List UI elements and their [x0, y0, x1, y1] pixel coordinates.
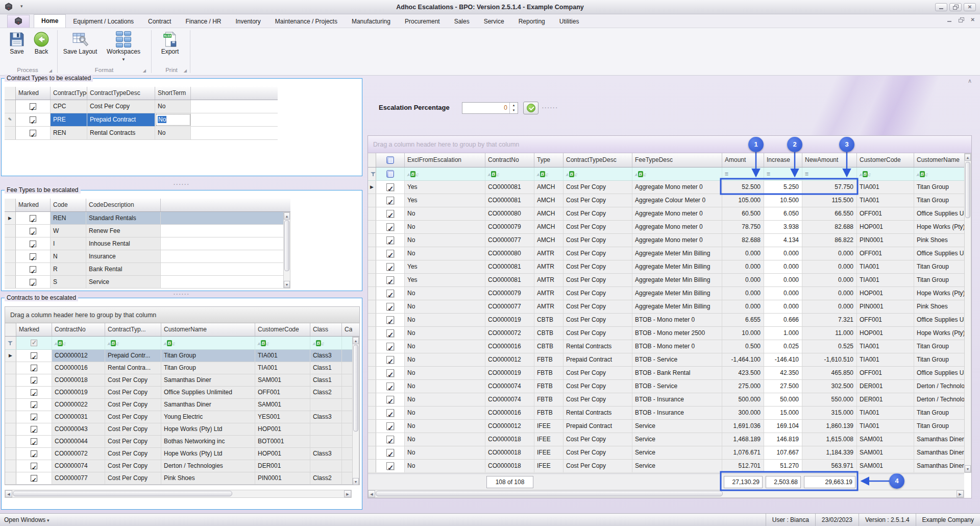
customer-code-cell[interactable]: TIA001: [255, 362, 310, 374]
increase-cell[interactable]: 0.666: [764, 314, 802, 326]
class-cell[interactable]: Class1: [310, 485, 342, 485]
code-description-cell[interactable]: Standard Rentals: [86, 212, 161, 224]
code-description-cell[interactable]: Insurance: [86, 250, 161, 262]
new-amount-cell[interactable]: 302.500: [802, 380, 857, 393]
abc-filter-icon[interactable]: [313, 340, 324, 346]
column-header[interactable]: Marked: [16, 323, 52, 336]
table-row[interactable]: No CO0000016 FBTB Rental Contracts BTOB …: [368, 407, 971, 420]
column-header[interactable]: Type: [534, 153, 564, 167]
amount-cell[interactable]: 0.000: [722, 300, 764, 313]
fee-type-desc-cell[interactable]: Aggregate Meter Min Billing: [632, 274, 722, 286]
amount-cell[interactable]: 0.000: [722, 274, 764, 286]
contract-no-cell[interactable]: CO0000016: [485, 407, 534, 419]
cat-cell[interactable]: [342, 423, 352, 435]
table-row[interactable]: No CO0000079 AMTR Cost Per Copy Aggregat…: [368, 287, 971, 300]
customer-name-cell[interactable]: Hope Works (Pty) Ltd: [914, 327, 965, 340]
contract-type-desc-cell[interactable]: Cost Per Copy: [564, 327, 632, 340]
scroll-left-icon[interactable]: [5, 490, 12, 497]
marked-checkbox[interactable]: [30, 253, 36, 260]
excl-from-escalation-cell[interactable]: No: [405, 353, 485, 366]
contract-type-cell[interactable]: PRE: [51, 113, 87, 126]
column-header[interactable]: Marked: [16, 87, 51, 100]
contract-type-desc-cell[interactable]: Cost Per Copy: [564, 314, 632, 326]
excl-from-escalation-cell[interactable]: Yes: [405, 260, 485, 273]
customer-name-cell[interactable]: Titan Group: [914, 353, 965, 366]
save-layout-button[interactable]: Save Layout: [61, 30, 99, 64]
spin-up-icon[interactable]: [510, 103, 518, 108]
contract-no-cell[interactable]: CO0000016: [485, 340, 534, 353]
customer-code-cell[interactable]: TIA001: [255, 350, 310, 362]
column-header[interactable]: NewAmount: [802, 153, 857, 167]
amount-cell[interactable]: 300.000: [722, 407, 764, 419]
fee-type-desc-cell[interactable]: Service: [632, 420, 722, 433]
scroll-left-icon[interactable]: [368, 490, 375, 497]
excl-from-escalation-cell[interactable]: Yes: [405, 194, 485, 207]
abc-filter-icon[interactable]: [164, 340, 175, 346]
customer-name-cell[interactable]: Samanthas Diner: [161, 374, 255, 386]
new-amount-cell[interactable]: 7.321: [802, 314, 857, 326]
marked-checkbox[interactable]: [386, 462, 394, 470]
contract-no-cell[interactable]: CO0000012: [52, 350, 105, 362]
ribbon-tab[interactable]: Inventory: [228, 15, 267, 28]
ribbon-tab[interactable]: Procurement: [398, 15, 447, 28]
column-header[interactable]: CustomerName: [161, 323, 255, 336]
table-row[interactable]: No CO0000016 CBTB Rental Contracts BTOB …: [368, 340, 971, 353]
customer-code-cell[interactable]: SAM001: [857, 460, 914, 472]
increase-cell[interactable]: 169.104: [764, 420, 802, 433]
cat-cell[interactable]: [342, 399, 352, 411]
code-description-cell[interactable]: Renew Fee: [86, 225, 161, 237]
marked-checkbox[interactable]: [31, 377, 37, 384]
new-amount-cell[interactable]: 0.000: [802, 300, 857, 313]
amount-cell[interactable]: 10.000: [722, 327, 764, 340]
customer-code-cell[interactable]: PIN0001: [255, 485, 310, 485]
table-row[interactable]: S Service: [5, 276, 290, 289]
open-windows-dropdown[interactable]: Open Windows: [4, 516, 49, 523]
table-row[interactable]: No CO0000018 IFEE Cost Per Copy Service …: [368, 433, 971, 446]
table-row[interactable]: No CO0000074 FBTB Cost Per Copy BTOB - I…: [368, 393, 971, 407]
table-row[interactable]: R Bank Rental: [5, 263, 290, 276]
customer-name-cell[interactable]: Samanthas Diner: [914, 446, 965, 459]
contract-type-desc-cell[interactable]: Prepaid Contract: [564, 353, 632, 366]
contract-no-cell[interactable]: CO0000074: [52, 460, 105, 472]
abc-filter-icon[interactable]: [55, 340, 66, 346]
abc-filter-icon[interactable]: [537, 171, 548, 177]
scroll-down-icon[interactable]: [965, 465, 971, 472]
code-cell[interactable]: W: [51, 225, 86, 237]
code-cell[interactable]: I: [51, 237, 86, 250]
marked-checkbox[interactable]: [31, 365, 37, 371]
ribbon-tab[interactable]: Home: [34, 14, 66, 28]
back-button[interactable]: Back: [27, 30, 56, 64]
fee-type-desc-cell[interactable]: BTOB - Service: [632, 353, 722, 366]
application-button[interactable]: [7, 15, 30, 28]
contract-type-desc-cell[interactable]: Cost Per Copy: [564, 181, 632, 194]
customer-code-cell[interactable]: HOP001: [857, 287, 914, 300]
new-amount-cell[interactable]: 1,615.008: [802, 433, 857, 446]
contract-no-cell[interactable]: CO0000077: [485, 234, 534, 247]
customer-name-cell[interactable]: Samanthas Diner: [914, 460, 965, 472]
contract-type-cell[interactable]: Cost Per Copy: [105, 423, 161, 435]
column-header[interactable]: FeeTypeDesc: [632, 153, 722, 167]
customer-code-cell[interactable]: TIA001: [857, 407, 914, 419]
scroll-down-icon[interactable]: [353, 478, 359, 485]
type-cell[interactable]: AMCH: [534, 221, 564, 233]
table-row[interactable]: No CO0000019 FBTB Cost Per Copy BTOB - B…: [368, 367, 971, 380]
class-cell[interactable]: Class3: [310, 350, 342, 362]
cat-cell[interactable]: [342, 374, 352, 386]
mdi-close-icon[interactable]: [971, 17, 975, 22]
ribbon-tab[interactable]: Service: [477, 15, 511, 28]
abc-filter-icon[interactable]: [635, 171, 646, 177]
excl-from-escalation-cell[interactable]: No: [405, 314, 485, 326]
contract-type-desc-cell[interactable]: Rental Contracts: [564, 340, 632, 353]
amount-cell[interactable]: 105.000: [722, 194, 764, 207]
excl-from-escalation-cell[interactable]: No: [405, 300, 485, 313]
contract-no-cell[interactable]: CO0000074: [485, 380, 534, 393]
customer-name-cell[interactable]: Office Supplies Unlimited: [161, 387, 255, 398]
type-cell[interactable]: FBTB: [534, 367, 564, 379]
increase-cell[interactable]: 5.250: [764, 181, 802, 194]
cat-cell[interactable]: [342, 448, 352, 460]
code-description-cell[interactable]: Service: [86, 276, 161, 288]
marked-checkbox[interactable]: [386, 356, 394, 364]
increase-cell[interactable]: 0.000: [764, 300, 802, 313]
scrollbar-thumb[interactable]: [284, 220, 289, 271]
fee-type-desc-cell[interactable]: Service: [632, 460, 722, 472]
